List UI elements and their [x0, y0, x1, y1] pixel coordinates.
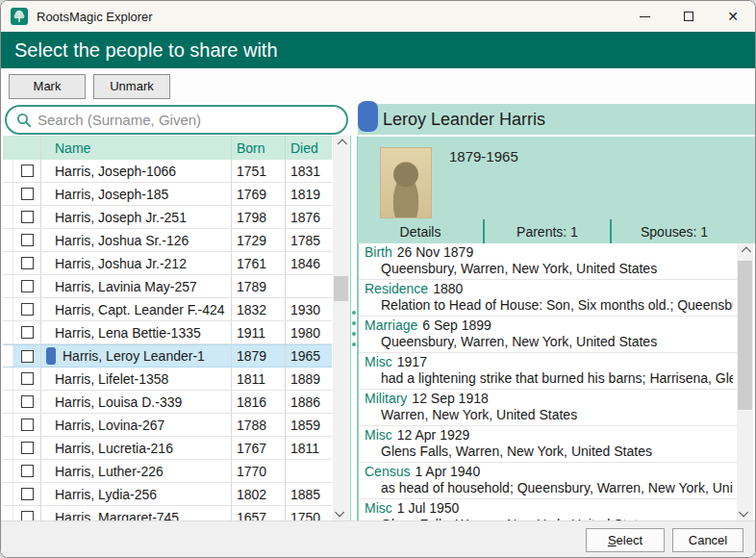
table-row[interactable]: Harris, Lifelet-135818111889: [3, 368, 332, 391]
row-checkbox[interactable]: [21, 280, 34, 292]
chevron-up-icon: [742, 247, 751, 257]
person-name-cell[interactable]: Harris, Louisa D.-339: [41, 391, 232, 413]
person-born: 1751: [232, 160, 286, 182]
minimize-button[interactable]: [622, 1, 667, 32]
person-name-cell[interactable]: Harris, Lavinia May-257: [41, 275, 232, 297]
person-name-cell[interactable]: Harris, Joseph-1066: [41, 160, 232, 182]
table-row[interactable]: Harris, Joshua Sr.-12617291785: [3, 229, 332, 252]
fact-item[interactable]: Census1 Apr 1940as head of household; Qu…: [359, 463, 737, 499]
person-name-cell[interactable]: Harris, Lucretia-216: [41, 437, 232, 459]
person-name-cell[interactable]: Harris, Leroy Leander-1: [41, 345, 232, 367]
facts-scrollbar[interactable]: [737, 243, 753, 520]
table-row[interactable]: Harris, Lovina-26717881859: [3, 414, 332, 437]
row-checkbox[interactable]: [21, 442, 34, 454]
fact-item[interactable]: Residence1880Relation to Head of House: …: [359, 280, 737, 317]
scrollbar-thumb[interactable]: [738, 261, 752, 410]
fact-item[interactable]: Marriage6 Sep 1899Queensbury, Warren, Ne…: [359, 317, 737, 353]
fact-heading: Census1 Apr 1940: [365, 465, 733, 479]
cancel-button[interactable]: Cancel: [672, 528, 743, 552]
row-checkbox[interactable]: [21, 372, 34, 385]
person-born: 1802: [232, 483, 286, 505]
row-checkbox[interactable]: [21, 418, 34, 431]
mark-button[interactable]: Mark: [9, 74, 86, 99]
person-name-cell[interactable]: Harris, Capt. Leander F.-424: [41, 298, 232, 320]
table-row[interactable]: Harris, Louisa D.-33918161886: [3, 391, 332, 414]
person-name-cell[interactable]: Harris, Joshua Jr.-212: [41, 252, 232, 274]
person-died: 1785: [286, 229, 332, 251]
table-row[interactable]: Harris, Leroy Leander-118791965: [3, 344, 332, 368]
row-checkbox[interactable]: [21, 257, 34, 269]
scroll-up-button[interactable]: [737, 243, 753, 260]
chevron-down-icon: [739, 508, 748, 518]
fact-detail: Glens Falls, Warren, New York, United St…: [365, 444, 733, 459]
person-name-cell[interactable]: Harris, Joseph Jr.-251: [41, 206, 232, 228]
row-color-strip: [3, 252, 13, 274]
table-row[interactable]: Harris, Lena Bettie-133519111980: [3, 321, 332, 344]
person-died: 1980: [286, 321, 332, 343]
row-color-strip: [3, 206, 13, 228]
row-checkbox[interactable]: [21, 211, 34, 223]
row-checkbox[interactable]: [21, 395, 34, 408]
row-checkbox[interactable]: [21, 350, 34, 363]
person-name-cell[interactable]: Harris, Lydia-256: [41, 483, 232, 505]
row-checkbox[interactable]: [21, 326, 34, 339]
people-list-scrollbar[interactable]: [333, 136, 349, 520]
person-name-cell[interactable]: Harris, Lovina-267: [41, 414, 232, 436]
row-checkbox[interactable]: [21, 188, 34, 200]
row-checkbox[interactable]: [21, 234, 34, 246]
column-header-born[interactable]: Born: [232, 136, 286, 160]
person-name-cell[interactable]: Harris, Lifelet-1358: [41, 368, 232, 390]
scroll-down-button[interactable]: [333, 504, 349, 520]
splitter-grip-dot: [352, 311, 356, 315]
table-row[interactable]: Harris, Lydia-25618021885: [3, 483, 332, 506]
scroll-up-button[interactable]: [333, 136, 349, 152]
fact-heading: Misc1 Jul 1950: [365, 501, 733, 516]
person-born: 1798: [232, 206, 286, 228]
fact-item[interactable]: Birth26 Nov 1879Queensbury, Warren, New …: [359, 243, 737, 280]
table-row[interactable]: Harris, Margaret-74516571750: [3, 506, 332, 520]
table-row[interactable]: Harris, Joseph-18517691819: [3, 183, 332, 206]
row-checkbox[interactable]: [21, 488, 34, 500]
tab-spouses[interactable]: Spouses: 1: [610, 219, 737, 243]
chevron-down-icon: [335, 508, 344, 518]
person-name-title: Leroy Leander Harris: [383, 110, 545, 130]
table-row[interactable]: Harris, Lavinia May-2571789: [3, 275, 332, 298]
column-header-name[interactable]: Name: [41, 136, 232, 160]
fact-item[interactable]: Misc1 Jul 1950Glens Falls, Warren, New Y…: [359, 499, 737, 520]
panel-splitter[interactable]: [350, 136, 358, 520]
row-checkbox[interactable]: [21, 165, 34, 177]
person-name-cell[interactable]: Harris, Joshua Sr.-126: [41, 229, 232, 251]
scroll-down-button[interactable]: [737, 504, 753, 520]
table-row[interactable]: Harris, Joshua Jr.-21217611846: [3, 252, 332, 275]
person-name: Harris, Joseph-185: [55, 187, 168, 202]
tab-details[interactable]: Details: [358, 219, 483, 243]
select-button[interactable]: Select: [586, 528, 665, 552]
tab-parents[interactable]: Parents: 1: [483, 219, 610, 243]
person-photo-thumbnail[interactable]: [380, 147, 432, 218]
row-checkbox[interactable]: [21, 465, 34, 477]
person-name: Harris, Lydia-256: [55, 487, 157, 502]
table-row[interactable]: Harris, Joseph Jr.-25117981876: [3, 206, 332, 229]
fact-item[interactable]: Misc12 Apr 1929Glens Falls, Warren, New …: [359, 426, 737, 463]
row-checkbox[interactable]: [21, 511, 34, 520]
scrollbar-thumb[interactable]: [334, 276, 348, 301]
table-row[interactable]: Harris, Capt. Leander F.-42418321930: [3, 298, 332, 321]
selected-row-marker: [46, 347, 56, 365]
person-name-cell[interactable]: Harris, Luther-226: [41, 460, 232, 482]
unmark-button[interactable]: Unmark: [93, 74, 170, 99]
fact-item[interactable]: Misc1917had a lightening strike that bur…: [359, 353, 737, 390]
person-died: 1859: [286, 414, 332, 436]
column-header-died[interactable]: Died: [286, 136, 332, 160]
table-row[interactable]: Harris, Joseph-106617511831: [3, 160, 332, 183]
row-checkbox-cell: [13, 160, 41, 182]
search-input[interactable]: [38, 112, 335, 128]
person-name-cell[interactable]: Harris, Joseph-185: [41, 183, 232, 205]
close-button[interactable]: ✕: [711, 1, 755, 32]
table-row[interactable]: Harris, Luther-2261770: [3, 460, 332, 483]
fact-item[interactable]: Military12 Sep 1918Warren, New York, Uni…: [359, 390, 737, 426]
person-name-cell[interactable]: Harris, Margaret-745: [41, 506, 232, 520]
row-checkbox[interactable]: [21, 303, 34, 316]
table-row[interactable]: Harris, Lucretia-21617671811: [3, 437, 332, 460]
person-name-cell[interactable]: Harris, Lena Bettie-1335: [41, 321, 232, 343]
maximize-button[interactable]: [667, 1, 711, 32]
